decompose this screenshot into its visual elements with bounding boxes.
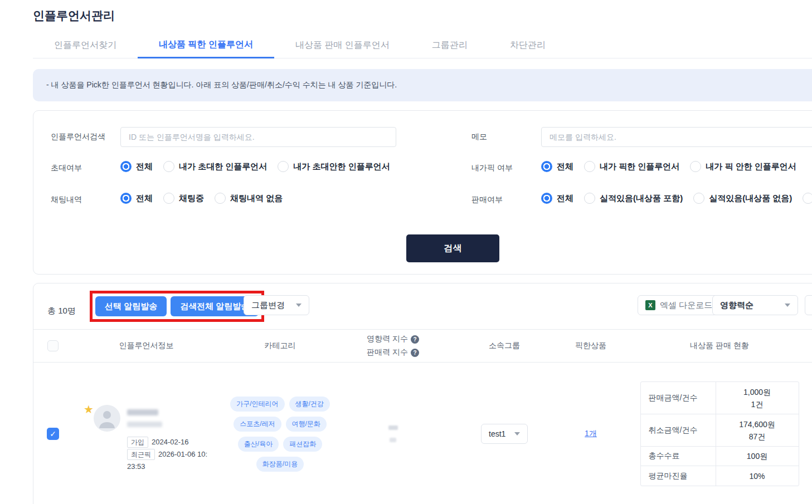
total-count: 총 10명 [47, 306, 76, 316]
index-cell [340, 425, 446, 442]
chevron-down-icon [785, 304, 790, 307]
search-filter-panel: 인플루언서검색 메모 초대여부 전체 내가 초대한 인플루언서 내가 초대안한 … [33, 110, 812, 275]
tab-selling-my-product[interactable]: 내상품 판매 인플루언서 [274, 32, 411, 58]
category-tag: 패션잡화 [283, 437, 322, 452]
group-change-label: 그룹변경 [251, 300, 285, 311]
chat-radio-all[interactable]: 전체 [120, 193, 153, 204]
tab-group-management[interactable]: 그룹관리 [411, 32, 489, 58]
picked-product-link[interactable]: 1개 [585, 429, 597, 439]
sales-row-cancel: 취소금액/건수 174,600원87건 [641, 414, 799, 447]
influencer-id-blurred [127, 422, 162, 427]
category-tag: 가구/인테리어 [230, 397, 284, 412]
radio-checked-icon [541, 161, 552, 172]
tab-block-management[interactable]: 차단관리 [489, 32, 567, 58]
sales-row-fee: 총수수료 100원 [641, 447, 799, 466]
my-sales-table: 판매금액/건수 1,000원1건 취소금액/건수 174,600원87건 총수수… [640, 381, 799, 486]
header-influence-index: 영향력 지수 [367, 334, 408, 344]
invite-radio-group: 전체 내가 초대한 인플루언서 내가 초대안한 인플루언서 [120, 160, 390, 173]
excel-download-button[interactable]: X 엑셀 다운로드 [638, 295, 720, 315]
category-tag: 출산/육아 [238, 437, 279, 452]
radio-icon [163, 193, 174, 204]
tab-picked-my-product[interactable]: 내상품 픽한 인플루언서 [138, 32, 274, 58]
radio-icon [163, 161, 174, 172]
select-all-checkbox[interactable] [47, 340, 59, 351]
header-picked-product: 픽한상품 [575, 341, 606, 351]
page-title: 인플루언서관리 [33, 8, 115, 23]
influencer-list-panel: 총 10명 선택 알림발송 검색전체 알림발송 그룹변경 X 엑셀 다운로드 영… [33, 283, 812, 504]
group-change-dropdown[interactable]: 그룹변경 [244, 295, 309, 315]
tab-find-influencer[interactable]: 인플루언서찾기 [33, 32, 138, 58]
sales-radio-has-with-my-product[interactable]: 실적있음(내상품 포함) [584, 193, 683, 204]
excel-download-label: 엑셀 다운로드 [660, 300, 712, 311]
category-tag: 화장품/미용 [256, 457, 304, 472]
star-icon[interactable]: ★ [84, 403, 94, 416]
invite-radio-invited[interactable]: 내가 초대한 인플루언서 [163, 161, 267, 172]
table-header: 인플루언서정보 카테고리 영향력 지수? 판매력 지수? 소속그룹 픽한상품 내… [33, 329, 812, 363]
mypick-radio-all[interactable]: 전체 [541, 161, 573, 172]
chevron-down-icon [514, 432, 520, 436]
sales-index-blurred [390, 438, 396, 442]
category-tag: 여행/문화 [286, 417, 327, 432]
header-my-sales-status: 내상품 판매 현황 [690, 341, 749, 351]
sort-dropdown[interactable]: 영향력순 [712, 295, 798, 315]
memo-label: 메모 [471, 132, 487, 142]
joined-date: 2024-02-16 [152, 438, 189, 446]
radio-checked-icon [541, 193, 552, 204]
category-tags: 가구/인테리어 생활/건강 스포츠/레저 여행/문화 출산/육아 패션잡화 화장… [230, 397, 331, 472]
mypick-filter-label: 내가픽 여부 [471, 163, 513, 173]
radio-checked-icon [120, 193, 132, 204]
header-category: 카테고리 [265, 341, 296, 351]
lastpick-badge: 최근픽 [127, 449, 155, 460]
row-group-dropdown[interactable]: test1 [481, 424, 528, 444]
sales-radio-has-without-my-product[interactable]: 실적있음(내상품 없음) [693, 193, 792, 204]
row-group-value: test1 [489, 429, 505, 438]
influencer-name-blurred [127, 409, 158, 415]
excel-icon: X [645, 300, 655, 310]
influencer-management-page: 인플루언서관리 인플루언서찾기 내상품 픽한 인플루언서 내상품 판매 인플루언… [0, 0, 812, 504]
sales-row-amount: 판매금액/건수 1,000원1건 [641, 382, 799, 414]
page-size-dropdown[interactable]: 5 [805, 295, 812, 315]
sales-row-margin: 평균마진율 10% [641, 466, 799, 486]
influence-index-blurred [388, 425, 398, 430]
question-icon[interactable]: ? [411, 349, 419, 357]
row-checkbox[interactable]: ✓ [47, 428, 59, 440]
influencer-search-label: 인플루언서검색 [51, 132, 105, 142]
sales-radio-all[interactable]: 전체 [541, 193, 573, 204]
memo-input[interactable] [541, 127, 812, 147]
chat-radio-group: 전체 채팅중 채팅내역 없음 [120, 192, 283, 205]
sales-filter-label: 판매여부 [471, 195, 503, 205]
chat-radio-chatting[interactable]: 채팅중 [163, 193, 204, 204]
header-influencer-info: 인플루언서정보 [72, 341, 220, 351]
joined-badge: 가입 [127, 437, 148, 448]
question-icon[interactable]: ? [411, 335, 419, 344]
header-group: 소속그룹 [489, 341, 520, 351]
chat-radio-none[interactable]: 채팅내역 없음 [215, 193, 283, 204]
influencer-search-input[interactable] [120, 127, 396, 147]
category-tag: 스포츠/레저 [234, 417, 281, 432]
influencer-info-cell: ★ 가입2024-02-16 최근픽2026-01-06 10:23:53 [72, 388, 220, 480]
radio-icon [690, 161, 701, 172]
sort-label: 영향력순 [720, 300, 753, 311]
sales-radio-none[interactable]: 실적없음 [803, 193, 812, 204]
sales-radio-group: 전체 실적있음(내상품 포함) 실적있음(내상품 없음) 실적없음 [541, 192, 812, 205]
table-row: ✓ ★ 가입2024-02-16 최근픽2026-01-06 10:23:53 [33, 363, 812, 504]
mypick-radio-not-picked[interactable]: 내가 픽 안한 인플루언서 [690, 161, 796, 172]
radio-icon [215, 193, 226, 204]
search-button[interactable]: 검색 [406, 234, 499, 262]
send-alert-selected-button[interactable]: 선택 알림발송 [95, 296, 167, 316]
radio-icon [584, 161, 595, 172]
mypick-radio-group: 전체 내가 픽한 인플루언서 내가 픽 안한 인플루언서 [541, 160, 796, 173]
avatar [94, 405, 120, 432]
radio-icon [278, 161, 289, 172]
invite-radio-all[interactable]: 전체 [120, 161, 153, 172]
mypick-radio-picked[interactable]: 내가 픽한 인플루언서 [584, 161, 679, 172]
category-tag: 생활/건강 [289, 397, 330, 412]
invite-filter-label: 초대여부 [51, 163, 82, 173]
chevron-down-icon [296, 304, 302, 307]
notice-banner: - 내 상품을 Pick한 인플루언서 현황입니다. 아래 표의 상품/판매/취… [33, 69, 812, 101]
radio-checked-icon [120, 161, 132, 172]
radio-icon [803, 193, 812, 204]
invite-radio-not-invited[interactable]: 내가 초대안한 인플루언서 [278, 161, 390, 172]
annotation-red-box: 선택 알림발송 검색전체 알림발송 [90, 291, 264, 322]
influencer-dates: 가입2024-02-16 최근픽2026-01-06 10:23:53 [127, 436, 211, 473]
